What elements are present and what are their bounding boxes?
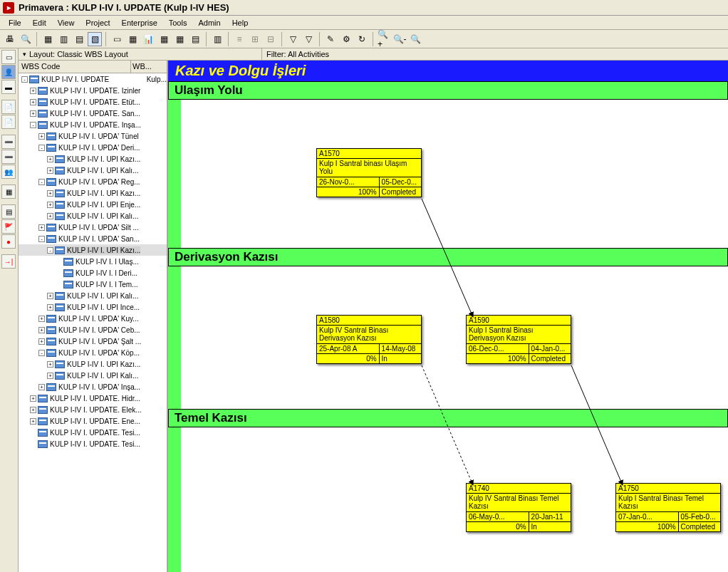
- tree-header-code[interactable]: WBS Code: [19, 61, 131, 73]
- print-icon[interactable]: 🖶: [3, 32, 17, 46]
- view6-icon[interactable]: ▥: [210, 32, 224, 46]
- collapse-icon[interactable]: -: [47, 247, 53, 254]
- tree-row[interactable]: -KULP I-IV I. UPDA' San...: [19, 233, 167, 244]
- tree-header-name[interactable]: WB...: [131, 61, 167, 73]
- menu-help[interactable]: Help: [227, 17, 254, 28]
- collapse-icon[interactable]: -: [38, 145, 45, 151]
- tree-row[interactable]: +KULP I-IV I. UPI Kazı...: [19, 187, 167, 199]
- side-btn-13[interactable]: →|: [1, 254, 16, 269]
- activity-box[interactable]: A1590Kulp I Santral Binası Derivasyon Ka…: [466, 315, 571, 364]
- tool2-icon[interactable]: ⚙: [339, 32, 353, 46]
- tree-row[interactable]: +KULP I-IV I. UPDA' Ceb...: [19, 324, 167, 336]
- view3-icon[interactable]: ▦: [157, 32, 171, 46]
- view1-icon[interactable]: ▭: [110, 32, 124, 46]
- menu-view[interactable]: View: [52, 17, 80, 28]
- side-btn-10[interactable]: ▤: [1, 204, 16, 219]
- chart-icon[interactable]: 📊: [141, 32, 155, 46]
- collapse-icon[interactable]: -: [21, 76, 28, 83]
- tree-row[interactable]: +KULP I-IV I. UPI Kazı...: [19, 153, 167, 165]
- tree-row[interactable]: -KULP I-IV I. UPDATEKulp...: [19, 73, 167, 85]
- expand-icon[interactable]: +: [38, 224, 45, 231]
- tree-row[interactable]: KULP I-IV I. UPDATE. Tesi...: [19, 427, 167, 438]
- expand-icon[interactable]: +: [47, 293, 53, 299]
- layout1-icon[interactable]: ▦: [41, 32, 55, 46]
- tree-row[interactable]: -KULP I-IV I. UPDA' Reg...: [19, 176, 167, 187]
- expand-icon[interactable]: +: [30, 110, 36, 117]
- side-btn-1[interactable]: ▭: [1, 50, 16, 64]
- expand-icon[interactable]: +: [38, 133, 45, 140]
- tree-row[interactable]: +KULP I-IV I. UPI Kalı...: [19, 370, 167, 381]
- activity-box[interactable]: A1570Kulp I Santral binası Ulaşım Yolu26…: [316, 148, 422, 197]
- tool3-icon[interactable]: ↻: [355, 32, 369, 46]
- align3-icon[interactable]: ⊟: [264, 32, 278, 46]
- expand-icon[interactable]: +: [30, 99, 36, 105]
- tree-row[interactable]: +KULP I-IV I. UPI İnce...: [19, 301, 167, 313]
- tree-row[interactable]: -KULP I-IV I. UPI Kazı...: [19, 244, 167, 256]
- tree-row[interactable]: -KULP I-IV I. UPDA' Deri...: [19, 142, 167, 153]
- side-btn-4[interactable]: 📄: [1, 100, 16, 114]
- expand-icon[interactable]: +: [47, 190, 53, 197]
- expand-icon[interactable]: +: [47, 361, 53, 368]
- view5-icon[interactable]: ▤: [188, 32, 202, 46]
- activity-box[interactable]: A1740Kulp IV Santral Binası Temel Kazısı…: [466, 483, 571, 532]
- preview-icon[interactable]: 🔍: [19, 32, 33, 46]
- tree-row[interactable]: +KULP I-IV I. UPDATE. Ene...: [19, 415, 167, 427]
- layout4-icon[interactable]: ▧: [88, 32, 102, 46]
- side-btn-12[interactable]: ●: [1, 234, 16, 249]
- side-btn-2[interactable]: 👤: [1, 65, 16, 79]
- menu-edit[interactable]: Edit: [27, 17, 52, 28]
- align1-icon[interactable]: ≡: [232, 32, 246, 46]
- layout3-icon[interactable]: ▤: [72, 32, 86, 46]
- tree-row[interactable]: KULP I-IV I. l Tem...: [19, 279, 167, 290]
- menu-file[interactable]: File: [3, 17, 27, 28]
- expand-icon[interactable]: +: [47, 373, 53, 379]
- layout-selector[interactable]: ▾ Layout: Classic WBS Layout: [19, 48, 262, 60]
- tree-row[interactable]: +KULP I-IV I. UPDA' Kuy...: [19, 313, 167, 324]
- layout2-icon[interactable]: ▥: [56, 32, 71, 46]
- activity-box[interactable]: A1750Kulp I Santral Binası Temel Kazısı0…: [615, 483, 721, 532]
- menu-tools[interactable]: Tools: [163, 17, 193, 28]
- expand-icon[interactable]: +: [30, 418, 36, 425]
- tree-row[interactable]: KULP I-IV I. l Ulaş...: [19, 256, 167, 267]
- tree-row[interactable]: +KULP I-IV I. UPDA' Silt ...: [19, 222, 167, 233]
- expand-icon[interactable]: +: [38, 384, 45, 390]
- tool1-icon[interactable]: ✎: [323, 32, 338, 46]
- expand-icon[interactable]: +: [47, 156, 53, 162]
- tree-row[interactable]: +KULP I-IV I. UPDATE. San...: [19, 108, 167, 119]
- filter2-icon[interactable]: ▽: [301, 32, 316, 46]
- expand-icon[interactable]: +: [30, 395, 36, 402]
- tree-row[interactable]: +KULP I-IV I. UPDA' İnşa...: [19, 381, 167, 392]
- expand-icon[interactable]: +: [38, 316, 45, 322]
- align2-icon[interactable]: ⊞: [248, 32, 262, 46]
- tree-row[interactable]: +KULP I-IV I. UPDATE. Elek...: [19, 404, 167, 415]
- tree-row[interactable]: -KULP I-IV I. UPDATE. İnşa...: [19, 119, 167, 130]
- side-btn-7[interactable]: ➖: [1, 150, 16, 164]
- tree-row[interactable]: KULP I-IV I. UPDATE. Tesi...: [19, 438, 167, 449]
- activity-box[interactable]: A1580Kulp IV Santral Binası Derivasyon K…: [316, 315, 422, 364]
- collapse-icon[interactable]: -: [38, 350, 45, 356]
- expand-icon[interactable]: +: [38, 327, 45, 333]
- wbs-tree[interactable]: -KULP I-IV I. UPDATEKulp...+KULP I-IV I.…: [19, 73, 167, 572]
- tree-row[interactable]: -KULP I-IV I. UPDA' Köp...: [19, 347, 167, 358]
- collapse-icon[interactable]: -: [30, 122, 36, 128]
- zoom-out-icon[interactable]: 🔍-: [392, 32, 407, 46]
- side-btn-3[interactable]: ▬: [1, 80, 16, 94]
- side-btn-5[interactable]: 📄: [1, 115, 16, 129]
- filter-icon[interactable]: ▽: [286, 32, 300, 46]
- menu-project[interactable]: Project: [80, 17, 115, 28]
- side-btn-11[interactable]: 🚩: [1, 219, 16, 234]
- expand-icon[interactable]: +: [30, 407, 36, 413]
- menu-enterprise[interactable]: Enterprise: [116, 17, 163, 28]
- view2-icon[interactable]: ▦: [125, 32, 140, 46]
- tree-row[interactable]: +KULP I-IV I. UPDA' Tünel: [19, 130, 167, 142]
- zoom-fit-icon[interactable]: 🔍: [408, 32, 422, 46]
- side-btn-8[interactable]: 👥: [1, 165, 16, 179]
- expand-icon[interactable]: +: [47, 213, 53, 219]
- tree-row[interactable]: +KULP I-IV I. UPDATE. Etüt...: [19, 96, 167, 108]
- expand-icon[interactable]: +: [47, 304, 53, 311]
- collapse-icon[interactable]: -: [38, 179, 45, 185]
- collapse-icon[interactable]: -: [38, 236, 45, 242]
- tree-row[interactable]: +KULP I-IV I. UPDA' Şalt ...: [19, 336, 167, 347]
- expand-icon[interactable]: +: [30, 88, 36, 94]
- network-diagram[interactable]: Kazı ve Dolgu İşleri Ulaşım YoluA1570Kul…: [168, 61, 728, 572]
